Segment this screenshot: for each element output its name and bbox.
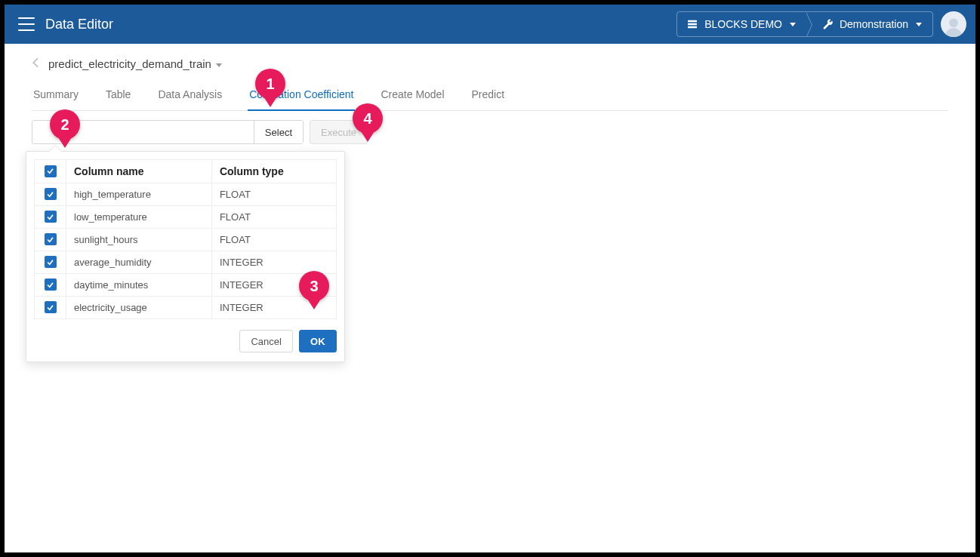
column-name-cell: daytime_minutes (66, 274, 212, 297)
column-name-cell: electricity_usage (66, 297, 212, 319)
column-name-cell: low_temperature (66, 206, 212, 229)
content-area: predict_electricity_demand_train Summary… (5, 44, 975, 144)
column-name-cell: high_temperature (66, 183, 212, 206)
breadcrumb-title[interactable]: predict_electricity_demand_train (48, 57, 222, 70)
svg-point-0 (949, 19, 958, 28)
column-type-cell: INTEGER (211, 251, 336, 274)
table-row: daytime_minutesINTEGER (35, 274, 337, 297)
column-type-cell: INTEGER (211, 297, 336, 319)
select-all-header (35, 160, 66, 183)
project-dropdown-label: BLOCKS DEMO (704, 18, 782, 30)
app-frame: Data Editor BLOCKS DEMO Demonstration (5, 5, 975, 552)
context-dropdown-label: Demonstration (840, 18, 908, 30)
topbar: Data Editor BLOCKS DEMO Demonstration (5, 5, 975, 44)
wrench-icon (821, 18, 834, 30)
column-name-cell: sunlight_hours (66, 229, 212, 251)
column-select-popup: Column name Column type high_temperature… (26, 151, 345, 362)
row-checkbox[interactable] (45, 211, 57, 223)
table-header-row: Column name Column type (35, 160, 337, 183)
app-title: Data Editor (45, 17, 113, 32)
column-select-field: Select (32, 120, 304, 144)
page-breadcrumb: predict_electricity_demand_train (32, 57, 948, 70)
tab-predict[interactable]: Predict (470, 88, 507, 110)
project-icon (686, 18, 698, 30)
tab-summary[interactable]: Summary (32, 88, 80, 110)
column-select-input[interactable] (32, 121, 254, 143)
row-checkbox[interactable] (45, 278, 57, 291)
select-button[interactable]: Select (254, 121, 303, 143)
row-checkbox[interactable] (45, 233, 57, 245)
tab-table[interactable]: Table (104, 88, 132, 110)
table-row: electricity_usageINTEGER (35, 297, 337, 319)
table-row: sunlight_hoursFLOAT (35, 229, 337, 251)
row-checkbox[interactable] (45, 188, 57, 200)
avatar[interactable] (941, 11, 966, 37)
row-checkbox[interactable] (45, 301, 57, 313)
column-name-header: Column name (66, 160, 212, 183)
tab-correlation-coefficient[interactable]: Correlation Coefficient (248, 88, 355, 111)
context-dropdown[interactable]: Demonstration (806, 12, 932, 36)
select-all-checkbox[interactable] (45, 165, 57, 177)
column-type-cell: FLOAT (211, 183, 336, 206)
execute-button: Execute (310, 120, 368, 144)
header-right-group: BLOCKS DEMO Demonstration (676, 11, 966, 37)
caret-down-icon (216, 63, 222, 67)
project-dropdown[interactable]: BLOCKS DEMO (677, 12, 806, 36)
header-breadcrumb: BLOCKS DEMO Demonstration (676, 11, 933, 37)
menu-icon[interactable] (18, 17, 35, 31)
caret-down-icon (790, 23, 796, 26)
toolbar: Select Execute (32, 120, 948, 144)
ok-button[interactable]: OK (299, 330, 337, 352)
table-row: low_temperatureFLOAT (35, 206, 337, 229)
column-type-cell: FLOAT (211, 206, 336, 229)
back-chevron-icon[interactable] (32, 57, 39, 70)
caret-down-icon (916, 23, 922, 26)
column-type-cell: FLOAT (211, 229, 336, 251)
tab-create-model[interactable]: Create Model (379, 88, 445, 110)
table-row: average_humidityINTEGER (35, 251, 337, 274)
popup-actions: Cancel OK (34, 330, 337, 352)
row-checkbox[interactable] (45, 256, 57, 268)
tab-data-analysis[interactable]: Data Analysis (156, 88, 223, 110)
column-name-cell: average_humidity (66, 251, 212, 274)
column-type-header: Column type (211, 160, 336, 183)
table-row: high_temperatureFLOAT (35, 183, 337, 206)
column-type-cell: INTEGER (211, 274, 336, 297)
column-table: Column name Column type high_temperature… (34, 159, 337, 319)
cancel-button[interactable]: Cancel (239, 330, 292, 352)
tabs: SummaryTableData AnalysisCorrelation Coe… (32, 88, 948, 111)
